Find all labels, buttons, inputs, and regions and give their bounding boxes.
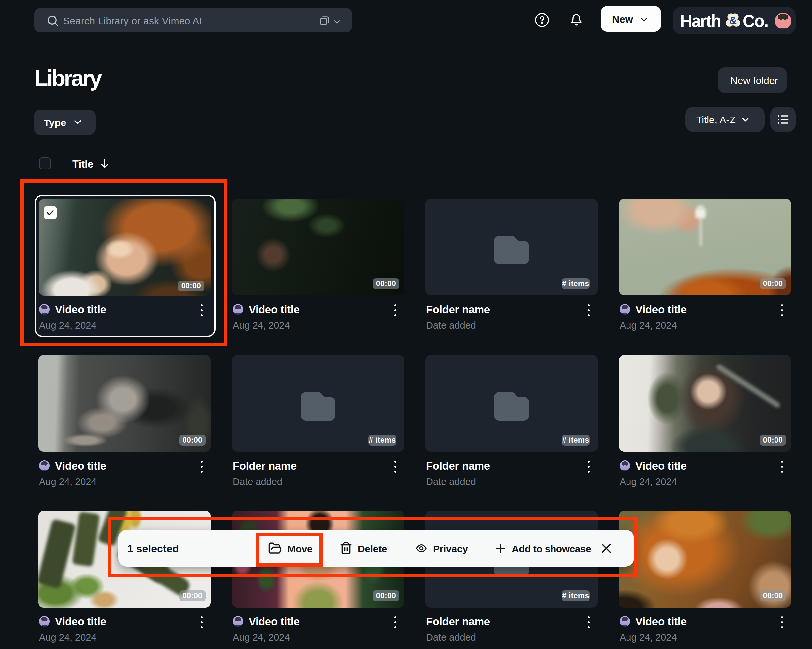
svg-text:&: & bbox=[730, 15, 737, 26]
